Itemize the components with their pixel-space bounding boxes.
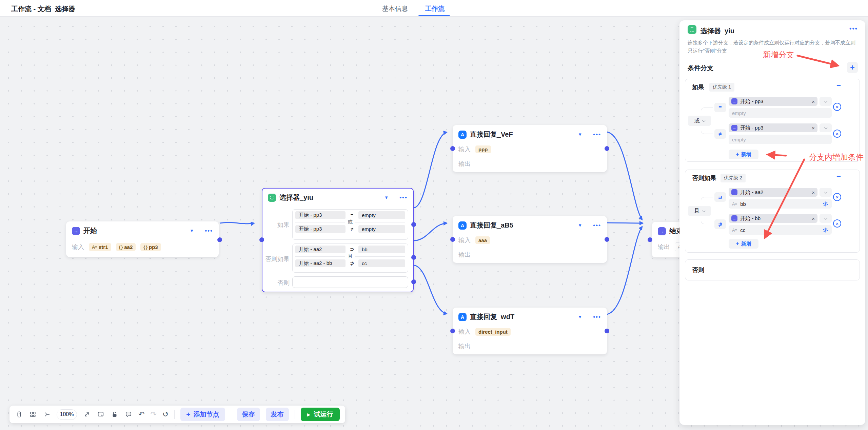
add-condition-button[interactable]: +新增 <box>729 150 758 159</box>
history-icon[interactable]: ↺ <box>162 411 169 418</box>
elif-branch-label: 否则如果 <box>262 255 290 263</box>
node-reply-wdT[interactable]: A 直接回复_wdT ▼ ••• 输入 direct_input 输出 <box>453 308 607 354</box>
gear-icon[interactable] <box>823 201 828 207</box>
variable-select[interactable]: → 开始 - pp3 × <box>729 123 817 132</box>
joiner-dropdown[interactable]: 或 <box>688 116 711 126</box>
save-button[interactable]: 保存 <box>237 408 260 421</box>
clear-icon[interactable]: × <box>812 190 815 195</box>
else-branch-card: 否则 <box>685 259 860 280</box>
edge-reply1-end <box>607 132 642 220</box>
clear-icon[interactable]: × <box>812 125 815 131</box>
zoom-level[interactable]: 100% <box>57 409 77 420</box>
operator: ≠ <box>348 226 356 232</box>
tab-basic-info[interactable]: 基本信息 <box>382 4 408 13</box>
add-branch-button[interactable]: + <box>847 62 858 73</box>
port-selector-if-out[interactable] <box>411 222 416 227</box>
port-end-in[interactable] <box>648 237 652 242</box>
layout-icon[interactable] <box>29 410 37 418</box>
port-reply1-in[interactable] <box>450 146 455 151</box>
add-node-button[interactable]: +添加节点 <box>180 408 225 421</box>
annotation-add-condition: 分支内增加条件 <box>809 152 864 162</box>
variable-select[interactable]: → 开始 - aa2 × <box>729 188 817 197</box>
value-input[interactable]: empty <box>729 135 832 144</box>
mouse-mode-icon[interactable] <box>15 410 23 418</box>
node-reply-VeF[interactable]: A 直接回复_VeF ▼ ••• 输入 ppp 输出 <box>453 125 607 172</box>
port-selector-in[interactable] <box>259 237 264 242</box>
port-reply3-out[interactable] <box>605 329 609 333</box>
variable-dropdown-button[interactable] <box>820 214 832 223</box>
lock-icon[interactable] <box>111 410 119 418</box>
select-area-icon[interactable] <box>97 410 105 418</box>
collapse-caret-icon[interactable]: ▼ <box>578 223 582 228</box>
if-branch-label: 如果 <box>262 221 290 229</box>
port-reply1-out[interactable] <box>605 146 609 151</box>
node-title: 直接回复_VeF <box>470 130 574 139</box>
else-branch-box <box>292 276 408 288</box>
more-icon[interactable]: ••• <box>849 25 858 32</box>
collapse-caret-icon[interactable]: ▼ <box>578 314 582 319</box>
port-reply3-in[interactable] <box>450 329 455 333</box>
selector-node-icon <box>688 25 696 34</box>
variable-dropdown-button[interactable] <box>820 97 832 106</box>
else-branch-label: 否则 <box>262 279 290 287</box>
collapse-branch-icon[interactable]: − <box>836 81 841 90</box>
test-run-button[interactable]: ▶试运行 <box>301 408 340 421</box>
variable-dropdown-button[interactable] <box>820 188 832 197</box>
collapse-caret-icon[interactable]: ▼ <box>578 132 582 137</box>
reply-node-icon: A <box>458 313 467 321</box>
variable-dropdown-button[interactable] <box>820 123 832 132</box>
more-icon[interactable]: ••• <box>399 196 408 199</box>
value-input[interactable]: A≡ bb <box>729 199 832 209</box>
condition-right-value: empty <box>358 225 405 233</box>
condition-left-value: 开始 - aa2 - bb <box>295 259 346 267</box>
remove-condition-icon[interactable]: × <box>833 219 841 228</box>
collapse-branch-icon[interactable]: − <box>836 172 841 181</box>
auto-arrange-icon[interactable] <box>43 410 51 418</box>
gear-icon[interactable] <box>823 227 828 233</box>
joiner-dropdown[interactable]: 且 <box>688 206 711 216</box>
remove-condition-icon[interactable]: × <box>833 130 841 138</box>
page-title: 工作流 - 文档_选择器 <box>11 4 75 14</box>
input-value-tag: ppp <box>475 145 491 153</box>
comment-icon[interactable] <box>124 410 133 418</box>
collapse-caret-icon[interactable]: ▼ <box>384 195 389 200</box>
toolbar-divider <box>174 410 175 419</box>
node-reply-aB5[interactable]: A 直接回复_aB5 ▼ ••• 输入 aaa 输出 <box>453 216 607 263</box>
operator-badge: ≠ <box>714 129 726 139</box>
clear-icon[interactable]: × <box>812 99 815 104</box>
publish-button[interactable]: 发布 <box>266 408 289 421</box>
redo-icon[interactable]: ↷ <box>150 411 156 418</box>
fit-view-icon[interactable] <box>83 410 91 418</box>
node-selector[interactable]: 选择器_yiu ▼ ••• 如果 开始 - pp3 = empty 或 开始 -… <box>262 188 414 292</box>
if-branch-box: 开始 - pp3 = empty 或 开始 - pp3 ≠ empty <box>292 209 408 240</box>
port-reply2-out[interactable] <box>605 237 609 242</box>
node-start[interactable]: → 开始 ▼ ••• 输入 A≡str1 { }aa2 { }pp3 <box>66 221 219 257</box>
remove-condition-icon[interactable]: × <box>833 193 841 201</box>
operator: = <box>348 212 356 218</box>
chevron-down-icon <box>824 126 827 129</box>
port-selector-elif-out[interactable] <box>411 255 416 260</box>
collapse-caret-icon[interactable]: ▼ <box>190 228 194 233</box>
undo-icon[interactable]: ↶ <box>138 411 144 418</box>
value-input[interactable]: A≡ cc <box>729 225 832 235</box>
clear-icon[interactable]: × <box>812 216 815 221</box>
canvas-toolbar: 100% ↶ ↷ ↺ +添加节点 保存 发布 ▶试运行 <box>9 406 345 423</box>
value-input[interactable]: empty <box>729 108 832 118</box>
output-label: 输出 <box>458 251 471 259</box>
more-icon[interactable]: ••• <box>593 133 601 136</box>
port-reply2-in[interactable] <box>450 237 455 242</box>
output-label: 输出 <box>658 243 670 251</box>
more-icon[interactable]: ••• <box>205 229 213 233</box>
add-condition-button[interactable]: +新增 <box>729 239 758 249</box>
port-selector-else-out[interactable] <box>411 279 416 284</box>
tab-workflow[interactable]: 工作流 <box>425 4 445 13</box>
variable-select[interactable]: → 开始 - pp3 × <box>729 97 817 106</box>
variable-select[interactable]: → 开始 - bb × <box>729 214 817 223</box>
condition-right-value: empty <box>358 211 405 219</box>
chevron-down-icon <box>824 216 827 220</box>
port-start-out[interactable] <box>217 237 222 242</box>
chevron-down-icon <box>702 119 705 122</box>
more-icon[interactable]: ••• <box>593 224 601 227</box>
remove-condition-icon[interactable]: × <box>833 103 841 111</box>
more-icon[interactable]: ••• <box>593 315 601 319</box>
